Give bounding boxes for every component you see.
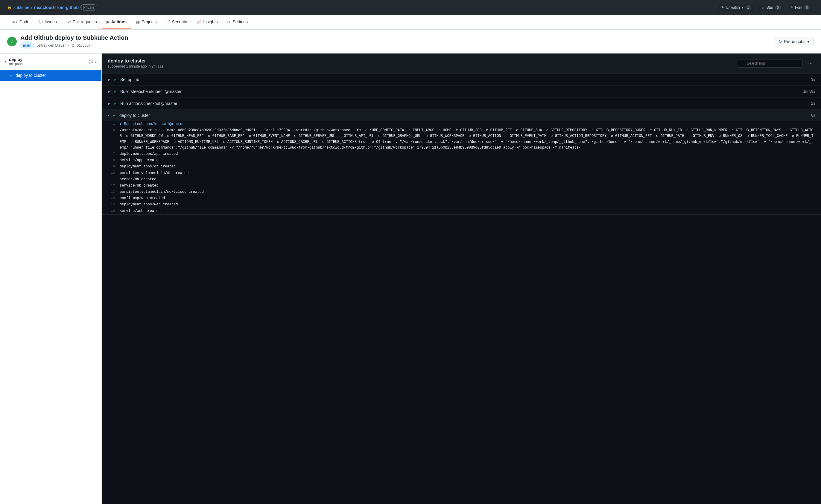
- log-content-area: deploy to cluster succeeded 1 minute ago…: [102, 54, 821, 504]
- log-line-text: persistentvolumeclaim/db created: [120, 170, 194, 176]
- more-options-button[interactable]: ···: [806, 59, 815, 68]
- log-line-text: deployment.apps/db created: [120, 164, 181, 169]
- log-line-text: deployment.apps/app created: [120, 151, 184, 157]
- log-panel-subtitle: succeeded 1 minute ago in 2m 11s: [108, 64, 163, 68]
- line-number: 7: [102, 151, 120, 157]
- fork-count: 0: [804, 5, 810, 10]
- fork-icon: ⑂: [791, 5, 793, 10]
- log-line: 12 service/db created: [102, 183, 821, 189]
- tab-actions[interactable]: ▶ Actions: [102, 15, 131, 29]
- search-logs-input[interactable]: [737, 59, 803, 68]
- fork-label: Fork: [795, 5, 802, 10]
- success-icon: ✓: [7, 37, 17, 46]
- line-number: 15: [102, 202, 120, 207]
- org-link[interactable]: subkube: [13, 5, 29, 10]
- settings-icon: ⚙: [227, 20, 231, 24]
- repo-breadcrumb: 🔒 subkube / nextcloud-from-github Privat…: [7, 4, 97, 10]
- step-deploy-cluster-duration: 8s: [811, 113, 815, 117]
- git-commit-icon: ⊙: [71, 43, 74, 48]
- log-line: 13 persistentvolumeclaim/nextcloud creat…: [102, 189, 821, 195]
- tab-issues[interactable]: ⓘ Issues: [34, 15, 61, 29]
- lock-icon: 🔒: [7, 5, 12, 10]
- workflow-sidebar: ▾ deploy on: push 💬 2 ✓ deploy to cluste…: [0, 54, 102, 504]
- commit-separator: ·: [68, 43, 69, 48]
- chevron-right-icon: ▶: [108, 89, 110, 94]
- tab-code[interactable]: </> Code: [7, 15, 34, 29]
- workflow-name: deploy: [9, 57, 23, 62]
- step-run-checkout-duration: 2s: [811, 101, 815, 106]
- job-label: deploy to cluster: [16, 73, 46, 78]
- log-line: 15 deployment.apps/web created: [102, 201, 821, 208]
- line-number: 1: [102, 121, 120, 127]
- chevron-down-icon: ▾: [108, 113, 109, 117]
- log-line-text: ▶ Run steebchen/kubectl@master: [120, 121, 190, 127]
- log-line-text: persistentvolumeclaim/nextcloud created: [120, 189, 210, 195]
- log-line: 8 service/app created: [102, 157, 821, 164]
- security-icon: 🛡: [166, 20, 170, 24]
- log-header-right: 🔍 ···: [737, 59, 815, 68]
- star-label: Star: [767, 5, 773, 10]
- step-run-checkout-label: Run actions/checkout@master: [120, 101, 808, 106]
- comment-badge[interactable]: 💬 2: [89, 59, 97, 64]
- issues-icon: ⓘ: [39, 19, 43, 25]
- search-wrapper: 🔍: [737, 59, 803, 68]
- private-badge: Private: [80, 4, 97, 10]
- sidebar-workflow-section: ▾ deploy on: push 💬 2: [0, 54, 101, 70]
- star-button[interactable]: ☆ Star 0: [758, 4, 785, 11]
- log-line: 16 service/web created: [102, 208, 821, 214]
- star-icon: ☆: [762, 5, 765, 10]
- step-deploy-cluster-label: deploy to cluster: [119, 113, 808, 118]
- tab-settings[interactable]: ⚙ Settings: [222, 15, 253, 29]
- projects-icon: ▦: [136, 20, 140, 24]
- action-info: Add Github deploy to Subkube Action main…: [20, 34, 128, 48]
- log-line-text: service/web created: [120, 208, 167, 214]
- unwatch-button[interactable]: 👁 Unwatch ▾ 1: [717, 4, 755, 11]
- line-number: 13: [102, 189, 120, 195]
- sidebar-job-deploy-to-cluster[interactable]: ✓ deploy to cluster: [0, 70, 101, 81]
- chevron-right-icon: ▶: [108, 77, 110, 82]
- step-setup-job-header[interactable]: ▶ ✓ Set up job 3s: [102, 74, 821, 85]
- log-line: 11 secret/db created: [102, 176, 821, 183]
- chevron-down-icon: ▾: [742, 5, 744, 10]
- step-run-checkout-header[interactable]: ▶ ✓ Run actions/checkout@master 2s: [102, 97, 821, 109]
- rerun-chevron-icon: ▾: [807, 39, 809, 44]
- line-number: 16: [102, 208, 120, 214]
- tab-projects[interactable]: ▦ Projects: [131, 15, 161, 29]
- author-name: Jeffrey den Drijver: [36, 43, 65, 48]
- fork-button[interactable]: ⑂ Fork 0: [787, 4, 814, 11]
- comment-icon: 💬: [89, 59, 93, 64]
- step-check-icon: ✓: [113, 77, 117, 82]
- repo-link[interactable]: nextcloud-from-github: [34, 5, 79, 10]
- tab-pull-requests[interactable]: ⎇ Pull requests: [62, 15, 102, 29]
- line-number: 12: [102, 183, 120, 188]
- line-number: 14: [102, 196, 120, 201]
- log-line: 1 ▶ Run steebchen/kubectl@master: [102, 121, 821, 127]
- step-check-icon: ✓: [113, 100, 117, 106]
- actions-icon: ▶: [106, 20, 109, 24]
- line-number: 10: [102, 170, 120, 176]
- nav-actions: 👁 Unwatch ▾ 1 ☆ Star 0 ⑂ Fork 0: [717, 4, 814, 11]
- top-navigation: 🔒 subkube / nextcloud-from-github Privat…: [0, 0, 821, 15]
- step-check-icon: ✓: [112, 112, 116, 118]
- rerun-jobs-button[interactable]: ↻ Re-run jobs ▾: [774, 37, 814, 46]
- log-line-text: /usr/bin/docker run --name a6b0b238e84b9…: [120, 128, 821, 151]
- step-run-checkout: ▶ ✓ Run actions/checkout@master 2s: [102, 97, 821, 109]
- log-line-text: service/db created: [120, 183, 164, 189]
- workflow-trigger: on: push: [9, 62, 23, 66]
- log-line: 9 deployment.apps/db created: [102, 164, 821, 170]
- log-lines-container: 1 ▶ Run steebchen/kubectl@master 6 /usr/…: [102, 121, 821, 214]
- commit-hash: 01c3b0b: [77, 43, 91, 48]
- line-number: 11: [102, 177, 120, 182]
- step-build-kubectl-header[interactable]: ▶ ✓ Build steebchen/kubectl@master 1m 58…: [102, 85, 821, 97]
- step-deploy-cluster-header[interactable]: ▾ ✓ deploy to cluster 8s: [102, 109, 821, 121]
- job-check-icon: ✓: [10, 73, 13, 78]
- step-build-kubectl: ▶ ✓ Build steebchen/kubectl@master 1m 58…: [102, 85, 821, 97]
- tab-insights[interactable]: 📈 Insights: [192, 15, 222, 29]
- tab-security[interactable]: 🛡 Security: [161, 15, 192, 29]
- workflow-info: deploy on: push: [9, 57, 23, 66]
- step-check-icon: ✓: [113, 88, 117, 94]
- action-run-header: ✓ Add Github deploy to Subkube Action ma…: [0, 30, 821, 54]
- step-setup-job-label: Set up job: [120, 77, 808, 82]
- log-header-left: deploy to cluster succeeded 1 minute ago…: [108, 58, 163, 68]
- chevron-down-icon: ▾: [5, 59, 7, 64]
